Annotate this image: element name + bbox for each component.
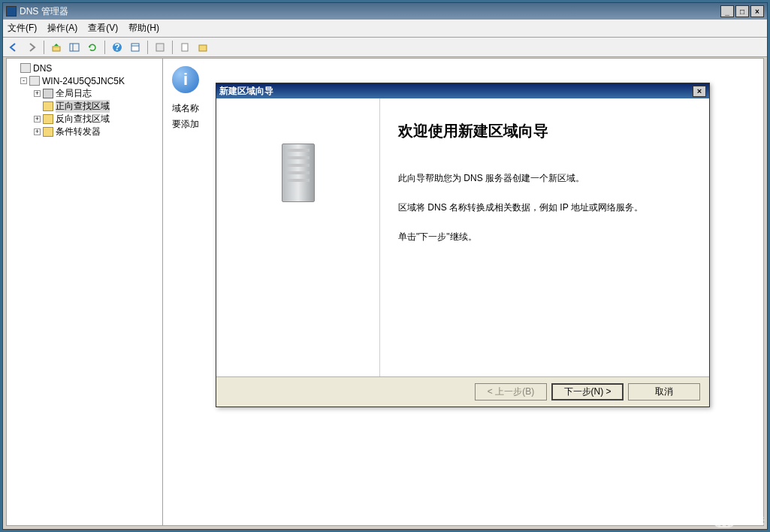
expand-icon[interactable]: +: [34, 90, 41, 97]
tree-conditional-forwarders[interactable]: + 条件转发器: [8, 125, 161, 138]
properties-icon[interactable]: [128, 40, 143, 55]
dns-icon: [20, 63, 31, 73]
new-icon[interactable]: [177, 40, 192, 55]
wizard-para-3: 单击"下一步"继续。: [398, 230, 691, 244]
tree-forward-label: 正向查找区域: [56, 100, 110, 113]
close-button[interactable]: ×: [750, 5, 764, 17]
tree-panel: DNS - WIN-24U5Q5JNC5K + 全局日志 正向查找区域 + 反向…: [7, 59, 163, 525]
wizard-cancel-button[interactable]: 取消: [628, 383, 700, 401]
refresh-icon[interactable]: [85, 40, 100, 55]
tree-forward-lookup[interactable]: 正向查找区域: [8, 100, 161, 113]
show-hide-tree-icon[interactable]: [67, 40, 82, 55]
tree-global-log-label: 全局日志: [56, 87, 92, 100]
menubar: 文件(F) 操作(A) 查看(V) 帮助(H): [3, 20, 767, 38]
menu-help[interactable]: 帮助(H): [128, 22, 159, 35]
toolbar-separator: [104, 41, 105, 54]
wizard-main: 欢迎使用新建区域向导 此向导帮助您为 DNS 服务器创建一个新区域。 区域将 D…: [380, 98, 709, 376]
folder-icon: [43, 127, 53, 137]
svg-rect-0: [53, 47, 60, 51]
tree-reverse-label: 反向查找区域: [56, 113, 110, 125]
svg-rect-5: [131, 44, 139, 51]
titlebar: DNS 管理器 _ □ ×: [3, 3, 767, 20]
expand-icon[interactable]: +: [34, 128, 41, 135]
menu-action[interactable]: 操作(A): [47, 22, 77, 35]
folder-icon: [43, 114, 53, 124]
toolbar-separator: [147, 41, 148, 54]
toolbar: ?: [3, 38, 767, 57]
watermark-icon: [713, 514, 735, 527]
tree-global-log[interactable]: + 全局日志: [8, 87, 161, 100]
maximize-button[interactable]: □: [735, 5, 749, 17]
wizard-footer: < 上一步(B) 下一步(N) > 取消: [216, 376, 709, 407]
collapse-icon[interactable]: -: [20, 77, 27, 84]
wizard-close-button[interactable]: ×: [693, 86, 706, 97]
watermark: 亿速云: [713, 514, 765, 527]
svg-rect-7: [156, 44, 164, 51]
forward-icon[interactable]: [24, 40, 39, 55]
minimize-button[interactable]: _: [720, 5, 734, 17]
svg-rect-8: [182, 44, 188, 51]
expand-icon[interactable]: +: [34, 116, 41, 122]
server-illustration-icon: [282, 144, 315, 202]
wizard-heading: 欢迎使用新建区域向导: [398, 121, 691, 141]
tree-reverse-lookup[interactable]: + 反向查找区域: [8, 113, 161, 125]
tree-server-label: WIN-24U5Q5JNC5K: [42, 76, 125, 86]
new-zone-wizard-dialog: 新建区域向导 × 欢迎使用新建区域向导 此向导帮助您为 DNS 服务器创建一个新…: [216, 83, 710, 407]
up-icon[interactable]: [49, 40, 64, 55]
toolbar-separator: [172, 41, 173, 54]
info-icon: i: [172, 66, 199, 93]
tree-conditional-label: 条件转发器: [56, 125, 101, 138]
server-icon: [29, 76, 40, 86]
folder-icon: [43, 101, 53, 111]
filter-icon[interactable]: [152, 40, 168, 55]
svg-text:?: ?: [114, 42, 119, 53]
window-title: DNS 管理器: [20, 5, 719, 18]
new-zone-icon[interactable]: [195, 40, 210, 55]
help-icon[interactable]: ?: [110, 40, 125, 55]
wizard-titlebar: 新建区域向导 ×: [216, 83, 709, 98]
log-icon: [43, 89, 53, 98]
wizard-para-1: 此向导帮助您为 DNS 服务器创建一个新区域。: [398, 171, 691, 186]
wizard-back-button: < 上一步(B): [475, 383, 547, 401]
tree-server[interactable]: - WIN-24U5Q5JNC5K: [8, 74, 161, 87]
menu-file[interactable]: 文件(F): [8, 22, 37, 35]
svg-rect-9: [199, 45, 207, 51]
svg-rect-1: [70, 44, 79, 51]
tree-root-label: DNS: [33, 63, 52, 74]
tree-root[interactable]: DNS: [8, 62, 161, 74]
toolbar-separator: [44, 41, 44, 54]
menu-view[interactable]: 查看(V): [88, 22, 118, 35]
wizard-para-2: 区域将 DNS 名称转换成相关数据，例如 IP 地址或网络服务。: [398, 201, 691, 215]
back-icon[interactable]: [6, 40, 21, 55]
wizard-sidebar: [216, 98, 380, 376]
wizard-next-button[interactable]: 下一步(N) >: [551, 383, 624, 401]
wizard-body: 欢迎使用新建区域向导 此向导帮助您为 DNS 服务器创建一个新区域。 区域将 D…: [216, 98, 709, 376]
wizard-title: 新建区域向导: [219, 85, 693, 98]
watermark-text: 亿速云: [738, 515, 765, 527]
app-icon: [6, 6, 17, 17]
